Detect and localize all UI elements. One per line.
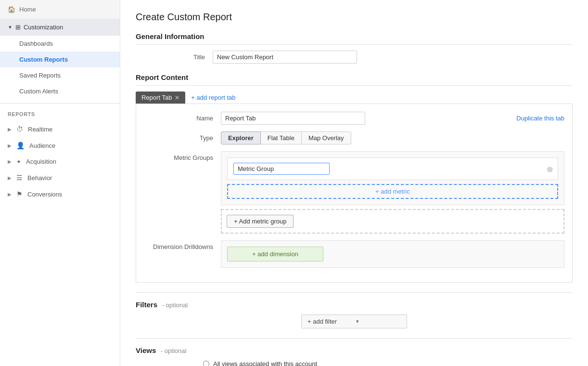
sidebar-item-audience[interactable]: ▶ 👤 Audience <box>0 137 120 154</box>
conversions-label: Conversions <box>27 191 62 198</box>
metric-group-box: ⊗ <box>227 157 558 180</box>
sidebar-customization-header[interactable]: ▼ ⊞ Customization <box>0 19 120 36</box>
general-info-section: General Information Title <box>136 32 573 64</box>
sidebar: 🏠 Home ▼ ⊞ Customization Dashboards Cust… <box>0 0 120 366</box>
type-explorer-button[interactable]: Explorer <box>221 131 261 144</box>
sidebar-item-acquisition[interactable]: ▶ ✦ Acquisition <box>0 154 120 170</box>
views-all-radio[interactable] <box>203 361 209 366</box>
views-radio1-row: All views associated with this account <box>203 360 573 366</box>
tabs-row: Report Tab ✕ + add report tab <box>136 92 573 104</box>
behavior-label: Behavior <box>27 174 52 182</box>
sidebar-item-custom-alerts[interactable]: Custom Alerts <box>0 83 120 99</box>
metric-groups-label: Metric Groups <box>144 151 221 161</box>
expand-caret-icon: ▶ <box>8 143 12 148</box>
metric-group-close-button[interactable]: ⊗ <box>547 164 553 173</box>
views-section: Views - optional All views associated wi… <box>136 346 573 366</box>
audience-icon: 👤 <box>16 142 25 149</box>
filter-dropdown-caret-icon: ▾ <box>356 318 401 325</box>
acquisition-icon: ✦ <box>16 158 21 165</box>
expand-caret-icon: ▶ <box>8 192 12 197</box>
behavior-icon: ☰ <box>16 174 23 182</box>
sidebar-item-dashboards[interactable]: Dashboards <box>0 36 120 52</box>
tab-panel: Name Duplicate this tab Type Explorer Fl… <box>136 104 573 283</box>
add-tab-link[interactable]: + add report tab <box>191 94 235 101</box>
acquisition-label: Acquisition <box>26 158 56 165</box>
tab-name-field-container <box>221 112 516 125</box>
type-flat-table-button[interactable]: Flat Table <box>260 131 302 144</box>
title-input[interactable] <box>213 51 357 64</box>
title-row: Title <box>136 51 573 64</box>
tab-name-row: Name Duplicate this tab <box>144 112 564 125</box>
page-title: Create Custom Report <box>136 12 573 23</box>
tab-name-label: Name <box>144 112 221 122</box>
dimension-area-container: + add dimension <box>221 240 564 268</box>
filters-divider <box>136 292 573 293</box>
caret-down-icon: ▼ <box>8 25 13 30</box>
sidebar-home[interactable]: 🏠 Home <box>0 0 120 19</box>
expand-caret-icon: ▶ <box>8 159 12 164</box>
tab-type-row: Type Explorer Flat Table Map Overlay <box>144 131 564 144</box>
views-all-label: All views associated with this account <box>213 360 317 366</box>
expand-caret-icon: ▶ <box>8 175 12 181</box>
views-optional-label: - optional <box>161 347 186 354</box>
sidebar-item-custom-reports[interactable]: Custom Reports <box>0 52 120 67</box>
metric-groups-row: Metric Groups ⊗ + add metric + Add metr <box>144 151 564 234</box>
tab-close-button[interactable]: ✕ <box>175 94 179 101</box>
realtime-icon: ⏱ <box>16 125 23 133</box>
views-title: Views <box>136 346 156 358</box>
tab-name-input[interactable] <box>221 112 365 125</box>
tab-type-label: Type <box>144 131 221 142</box>
sidebar-grid-icon: ⊞ <box>15 24 21 31</box>
home-icon: 🏠 <box>8 6 15 13</box>
filters-optional-label: - optional <box>162 301 188 309</box>
add-dimension-button[interactable]: + add dimension <box>227 247 323 261</box>
type-buttons-group: Explorer Flat Table Map Overlay <box>221 131 564 144</box>
add-metric-button[interactable]: + add metric <box>227 184 558 199</box>
sidebar-item-conversions[interactable]: ▶ ⚑ Conversions <box>0 186 120 202</box>
realtime-label: Realtime <box>28 126 52 133</box>
add-metric-group-area: + Add metric group <box>221 209 564 234</box>
sidebar-home-label: Home <box>19 6 36 13</box>
report-content-section: Report Content Report Tab ✕ + add report… <box>136 73 573 283</box>
report-tab-pill[interactable]: Report Tab ✕ <box>136 92 185 104</box>
dimension-drilldowns-row: Dimension Drilldowns + add dimension <box>144 240 564 268</box>
title-field-container <box>213 51 573 64</box>
main-content: Create Custom Report General Information… <box>120 0 588 366</box>
expand-caret-icon: ▶ <box>8 127 12 132</box>
sidebar-customization-label: Customization <box>24 24 63 31</box>
title-label: Title <box>136 51 213 61</box>
conversions-icon: ⚑ <box>16 190 23 198</box>
reports-section-label: REPORTS <box>0 107 120 121</box>
dimension-area: + add dimension <box>221 240 564 268</box>
tab-label: Report Tab <box>141 94 172 101</box>
filters-title: Filters <box>136 301 157 313</box>
sidebar-item-behavior[interactable]: ▶ ☰ Behavior <box>0 170 120 186</box>
sidebar-item-saved-reports[interactable]: Saved Reports <box>0 67 120 83</box>
add-filter-dropdown[interactable]: + add filter ▾ <box>301 314 407 328</box>
views-divider <box>136 338 573 339</box>
sidebar-item-realtime[interactable]: ▶ ⏱ Realtime <box>0 121 120 137</box>
duplicate-tab-link[interactable]: Duplicate this tab <box>516 112 564 122</box>
add-metric-group-button[interactable]: + Add metric group <box>227 215 294 228</box>
metric-group-name-input[interactable] <box>233 163 330 175</box>
filters-section: Filters - optional + add filter ▾ <box>136 301 573 328</box>
type-buttons-container: Explorer Flat Table Map Overlay <box>221 131 564 144</box>
metric-groups-area: ⊗ + add metric <box>221 151 564 205</box>
general-info-title: General Information <box>136 32 573 45</box>
type-map-overlay-button[interactable]: Map Overlay <box>301 131 351 144</box>
report-content-title: Report Content <box>136 73 573 86</box>
metric-groups-container: ⊗ + add metric + Add metric group <box>221 151 564 234</box>
sidebar-divider <box>0 103 120 104</box>
audience-label: Audience <box>29 142 55 149</box>
add-filter-label: + add filter <box>307 318 352 325</box>
dimension-drilldowns-label: Dimension Drilldowns <box>144 240 221 250</box>
